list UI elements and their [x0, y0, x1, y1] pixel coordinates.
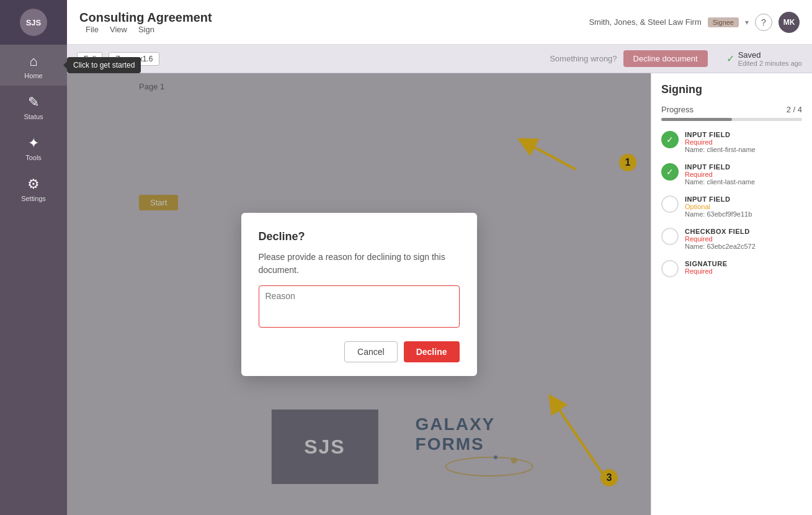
field-check-0: ✓ [661, 131, 679, 148]
saved-sub-label: Edited 2 minutes ago [738, 60, 802, 67]
progress-label: Progress [661, 105, 694, 114]
field-check-4 [661, 260, 679, 277]
saved-status: ✓ Saved Edited 2 minutes ago [726, 50, 802, 67]
decline-modal: Decline? Please provide a reason for dec… [241, 213, 477, 376]
field-status-4: Required [685, 267, 727, 275]
field-name-1: Name: client-last-name [685, 178, 755, 186]
sidebar-status-label: Status [24, 113, 43, 120]
menu-view[interactable]: View [110, 25, 127, 34]
panel-title: Signing [661, 83, 802, 96]
sidebar-tools-label: Tools [25, 154, 42, 161]
menu-file[interactable]: File [86, 25, 99, 34]
modal-overlay: Decline? Please provide a reason for dec… [67, 73, 651, 515]
field-check-2 [661, 195, 679, 213]
field-type-0: INPUT FIELD [685, 131, 756, 138]
field-name-0: Name: client-first-name [685, 146, 756, 153]
field-name-2: Name: 63ebcf9f9e11b [685, 210, 752, 218]
home-tooltip: Click to get started [67, 57, 141, 73]
field-status-2: Optional [685, 203, 752, 210]
field-check-1: ✓ [661, 163, 679, 181]
field-name-3: Name: 63ebc2ea2c572 [685, 243, 756, 250]
avatar[interactable]: MK [779, 12, 800, 33]
toolbar: Full Zoom: x1.6 Something wrong? Decline… [67, 45, 812, 73]
progress-row: Progress 2 / 4 [661, 105, 802, 114]
field-item-1: ✓ INPUT FIELD Required Name: client-last… [661, 163, 802, 186]
firm-name: Smith, Jones, & Steel Law Firm [589, 17, 701, 27]
settings-icon: ⚙ [27, 176, 40, 192]
page-title: Consulting Agreement [79, 11, 589, 25]
cancel-button[interactable]: Cancel [344, 341, 398, 362]
progress-count: 2 / 4 [787, 105, 802, 114]
logo-text: SJS [26, 18, 42, 27]
saved-check-icon: ✓ [726, 53, 734, 65]
sidebar-home-label: Home [24, 72, 42, 79]
reason-textarea[interactable] [259, 285, 460, 328]
sidebar-logo: SJS [0, 0, 67, 45]
sidebar-item-status[interactable]: ✎ Status [0, 86, 67, 127]
something-wrong-label: Something wrong? [550, 54, 617, 63]
field-type-2: INPUT FIELD [685, 195, 752, 203]
main-area: Consulting Agreement File View Sign Smit… [67, 0, 812, 515]
sidebar-item-home[interactable]: ⌂ Home Click to get started [0, 45, 67, 86]
sidebar-item-settings[interactable]: ⚙ Settings [0, 168, 67, 208]
field-status-3: Required [685, 235, 756, 243]
modal-footer: Cancel Decline [259, 341, 460, 362]
field-check-3 [661, 228, 679, 245]
home-icon: ⌂ [29, 53, 37, 69]
field-item-2: INPUT FIELD Optional Name: 63ebcf9f9e11b [661, 195, 802, 218]
field-item-0: ✓ INPUT FIELD Required Name: client-firs… [661, 131, 802, 153]
status-icon: ✎ [28, 94, 39, 110]
content-area: Page 1 Start SJS GALAXY FORMS [67, 73, 812, 515]
signee-badge: Signee [708, 17, 739, 27]
help-button[interactable]: ? [755, 14, 772, 31]
tooltip-text: Click to get started [73, 61, 135, 69]
topbar: Consulting Agreement File View Sign Smit… [67, 0, 812, 45]
topbar-right: Smith, Jones, & Steel Law Firm Signee ▾ … [589, 12, 800, 33]
field-info-4: SIGNATURE Required [685, 260, 727, 275]
field-item-4: SIGNATURE Required [661, 260, 802, 277]
field-type-4: SIGNATURE [685, 260, 727, 267]
field-type-1: INPUT FIELD [685, 163, 755, 171]
field-status-1: Required [685, 171, 755, 178]
right-panel: Signing Progress 2 / 4 ✓ INPUT FIELD Req… [651, 73, 812, 515]
field-type-3: CHECKBOX FIELD [685, 228, 756, 235]
saved-label: Saved [738, 50, 802, 60]
progress-bar-fill [661, 118, 732, 121]
decline-document-button[interactable]: Decline document [623, 50, 708, 67]
decline-button[interactable]: Decline [404, 341, 460, 362]
sidebar-settings-label: Settings [21, 195, 46, 202]
field-info-3: CHECKBOX FIELD Required Name: 63ebc2ea2c… [685, 228, 756, 250]
menu-sign[interactable]: Sign [138, 25, 154, 34]
dropdown-chevron-icon[interactable]: ▾ [745, 18, 749, 27]
sidebar: SJS ⌂ Home Click to get started ✎ Status… [0, 0, 67, 515]
field-status-0: Required [685, 138, 756, 146]
modal-description: Please provide a reason for declining to… [259, 251, 460, 277]
sidebar-item-tools[interactable]: ✦ Tools [0, 127, 67, 168]
logo-circle: SJS [20, 9, 47, 36]
field-info-1: INPUT FIELD Required Name: client-last-n… [685, 163, 755, 186]
modal-title: Decline? [259, 230, 460, 243]
field-item-3: CHECKBOX FIELD Required Name: 63ebc2ea2c… [661, 228, 802, 250]
tools-icon: ✦ [28, 135, 39, 151]
field-info-0: INPUT FIELD Required Name: client-first-… [685, 131, 756, 153]
progress-bar-bg [661, 118, 802, 121]
document-area: Page 1 Start SJS GALAXY FORMS [67, 73, 651, 515]
field-info-2: INPUT FIELD Optional Name: 63ebcf9f9e11b [685, 195, 752, 218]
topbar-menu: File View Sign [86, 25, 589, 34]
